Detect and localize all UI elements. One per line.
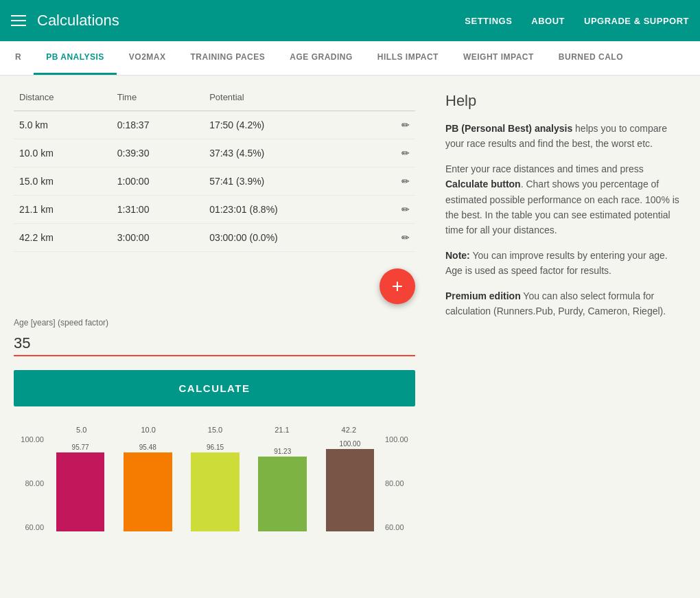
y-label-80: 80.00 (14, 479, 48, 487)
y-label-100: 100.00 (14, 435, 48, 444)
edit-icon[interactable]: ✏ (374, 168, 415, 196)
cell-distance: 15.0 km (14, 168, 112, 196)
cell-potential: 37:43 (4.5%) (204, 139, 374, 168)
table-row: 5.0 km 0:18:37 17:50 (4.2%) ✏ (14, 111, 415, 139)
bar-dist-label-3: 21.1 (248, 426, 315, 434)
age-input[interactable] (14, 332, 415, 355)
bar-dist-label-2: 15.0 (182, 426, 248, 434)
calculate-button[interactable]: CALCULATE (14, 370, 415, 406)
chart-body: 100.00 80.00 60.00 95.7795.4896.1591.231… (14, 435, 415, 531)
y-label-right-80: 80.00 (382, 479, 415, 487)
edit-icon[interactable]: ✏ (374, 196, 415, 224)
bar-dist-label-1: 10.0 (115, 426, 181, 434)
settings-link[interactable]: SETTINGS (465, 16, 512, 26)
cell-potential: 17:50 (4.2%) (204, 111, 374, 139)
cell-time: 3:00:00 (112, 224, 204, 252)
edit-icon[interactable]: ✏ (374, 224, 415, 252)
hamburger-menu-icon[interactable] (11, 15, 26, 26)
bar-dist-label-4: 42.2 (316, 426, 382, 434)
bar-rect-0 (56, 452, 105, 531)
tab-r[interactable]: R (3, 41, 34, 75)
header-nav: SETTINGS ABOUT UPGRADE & SUPPORT (465, 16, 689, 26)
chart-column-3: 91.23 (250, 435, 315, 531)
y-axis-right: 100.00 80.00 60.00 (382, 435, 415, 531)
bar-rect-2 (191, 452, 240, 531)
chart-area: 5.0 10.0 15.0 21.1 42.2 100.00 80.00 60.… (14, 420, 415, 531)
y-label-right-100: 100.00 (382, 435, 415, 444)
cell-time: 0:18:37 (112, 111, 204, 139)
cell-distance: 42.2 km (14, 224, 112, 252)
chart-column-2: 96.15 (183, 435, 247, 531)
edit-icon[interactable]: ✏ (374, 111, 415, 139)
table-row: 15.0 km 1:00:00 57:41 (3.9%) ✏ (14, 168, 415, 196)
help-p2: Enter your race distances and times and … (445, 161, 684, 238)
bar-rect-3 (258, 457, 307, 531)
cell-potential: 57:41 (3.9%) (204, 168, 374, 196)
cell-distance: 10.0 km (14, 139, 112, 168)
chart-column-4: 100.00 (318, 435, 382, 531)
cell-potential: 03:00:00 (0.0%) (204, 224, 374, 252)
help-title: Help (445, 92, 684, 110)
y-label-right-60: 60.00 (382, 523, 415, 531)
bar-value-3: 91.23 (274, 448, 291, 455)
app-header: Calculations SETTINGS ABOUT UPGRADE & SU… (0, 0, 700, 41)
bar-value-4: 100.00 (340, 440, 361, 448)
chart-column-0: 95.77 (48, 435, 113, 531)
cell-potential: 01:23:01 (8.8%) (204, 196, 374, 224)
help-p1: PB (Personal Best) analysis helps you to… (445, 121, 684, 152)
age-input-container (14, 332, 415, 356)
cell-time: 1:31:00 (112, 196, 204, 224)
table-row: 42.2 km 3:00:00 03:00:00 (0.0%) ✏ (14, 224, 415, 252)
bar-rect-1 (124, 452, 172, 531)
upgrade-link[interactable]: UPGRADE & SUPPORT (584, 16, 689, 26)
tab-training-paces[interactable]: TRAINING PACES (178, 41, 278, 75)
main-content: Distance Time Potential 5.0 km 0:18:37 1… (0, 76, 700, 597)
page-title: Calculations (37, 12, 465, 30)
help-p3: Note: You can improve results by enterin… (445, 248, 684, 279)
chart-column-1: 95.48 (115, 435, 180, 531)
right-panel: Help PB (Personal Best) analysis helps y… (429, 76, 700, 597)
chart-top-labels: 5.0 10.0 15.0 21.1 42.2 (14, 426, 415, 434)
tab-weight-impact[interactable]: WEIGHT IMPACT (451, 41, 546, 75)
about-link[interactable]: ABOUT (531, 16, 565, 26)
col-time: Time (112, 87, 204, 111)
table-row: 10.0 km 0:39:30 37:43 (4.5%) ✏ (14, 139, 415, 168)
y-axis-left: 100.00 80.00 60.00 (14, 435, 48, 531)
cell-distance: 21.1 km (14, 196, 112, 224)
bar-value-2: 96.15 (207, 444, 224, 451)
tab-pb-analysis[interactable]: PB ANALYSIS (34, 41, 117, 75)
tab-age-grading[interactable]: AGE GRADING (277, 41, 365, 75)
y-label-60: 60.00 (14, 523, 48, 531)
col-potential: Potential (204, 87, 374, 111)
tab-bar: R PB ANALYSIS VO2MAX TRAINING PACES AGE … (0, 41, 700, 76)
cell-time: 0:39:30 (112, 139, 204, 168)
cell-distance: 5.0 km (14, 111, 112, 139)
tab-vo2max[interactable]: VO2MAX (117, 41, 178, 75)
add-button-row: + (14, 263, 415, 318)
left-panel: Distance Time Potential 5.0 km 0:18:37 1… (0, 76, 429, 597)
bar-rect-4 (326, 449, 375, 531)
tab-burned-calo[interactable]: BURNED CALO (546, 41, 635, 75)
bar-value-0: 95.77 (72, 444, 89, 451)
bar-dist-label-0: 5.0 (48, 426, 115, 434)
age-label: Age [years] (speed factor) (14, 318, 415, 327)
add-entry-button[interactable]: + (380, 268, 415, 304)
help-p4: Premium edition You can also select form… (445, 288, 684, 319)
cell-time: 1:00:00 (112, 168, 204, 196)
pb-table: Distance Time Potential 5.0 km 0:18:37 1… (14, 87, 415, 252)
tab-hills-impact[interactable]: HILLS IMPACT (365, 41, 451, 75)
chart-bars: 95.7795.4896.1591.23100.00 (48, 435, 382, 531)
edit-icon[interactable]: ✏ (374, 139, 415, 168)
bar-value-1: 95.48 (139, 444, 156, 451)
col-distance: Distance (14, 87, 112, 111)
table-row: 21.1 km 1:31:00 01:23:01 (8.8%) ✏ (14, 196, 415, 224)
